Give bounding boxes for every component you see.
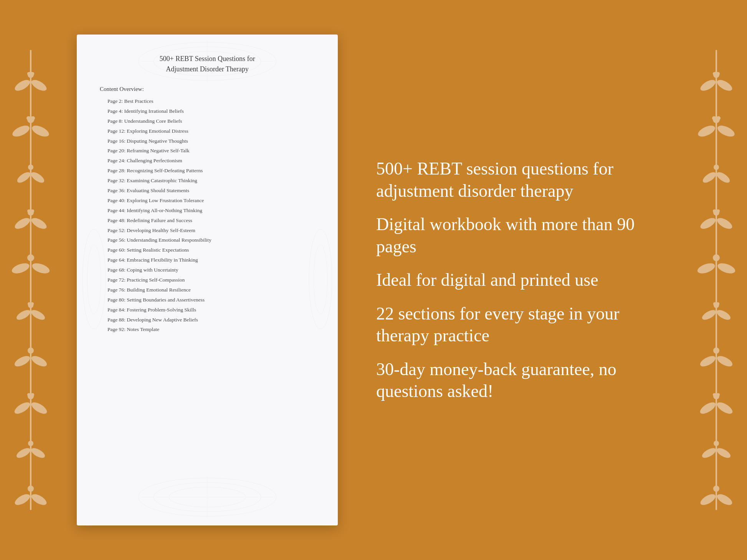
svg-point-34 xyxy=(31,393,34,396)
svg-point-70 xyxy=(716,216,734,231)
svg-point-17 xyxy=(27,209,30,212)
toc-item: Page 88: Developing New Adaptive Beliefs xyxy=(107,316,315,324)
svg-point-73 xyxy=(717,209,720,212)
svg-point-95 xyxy=(713,486,719,492)
document-title: 500+ REBT Session Questions for Adjustme… xyxy=(100,54,315,74)
svg-point-35 xyxy=(15,446,32,460)
svg-point-4 xyxy=(27,72,30,75)
svg-point-29 xyxy=(28,348,34,354)
toc-item: Page 84: Fostering Problem-Solving Skill… xyxy=(107,306,315,314)
svg-point-19 xyxy=(10,261,31,275)
svg-point-80 xyxy=(713,302,716,305)
feature-item-1: Digital workbook with more than 90 pages xyxy=(376,213,655,257)
svg-point-1 xyxy=(13,78,31,93)
svg-point-68 xyxy=(714,165,719,170)
toc-item: Page 76: Building Emotional Resilience xyxy=(107,287,315,294)
svg-point-86 xyxy=(715,400,734,416)
toc-item: Page 16: Disputing Negative Thoughts xyxy=(107,138,315,145)
toc-item: Page 32: Examining Catastrophic Thinking xyxy=(107,177,315,184)
svg-point-90 xyxy=(701,446,717,460)
toc-item: Page 28: Recognizing Self-Defeating Patt… xyxy=(107,167,315,175)
toc-item: Page 68: Coping with Uncertainty xyxy=(107,267,315,274)
svg-point-60 xyxy=(717,72,720,75)
toc-item: Page 56: Understanding Emotional Respons… xyxy=(107,237,315,244)
svg-point-48 xyxy=(169,487,246,507)
svg-point-23 xyxy=(30,308,46,322)
toc-item: Page 72: Practicing Self-Compassion xyxy=(107,277,315,284)
svg-point-82 xyxy=(699,354,717,369)
svg-point-20 xyxy=(31,261,51,275)
svg-point-54 xyxy=(314,245,327,314)
toc-item: Page 20: Reframing Negative Self-Talk xyxy=(107,147,315,155)
svg-point-13 xyxy=(28,165,33,170)
floral-left-decoration xyxy=(0,0,61,560)
svg-point-81 xyxy=(716,302,719,305)
feature-item-3: 22 sections for every stage in your ther… xyxy=(376,303,655,347)
toc-item: Page 12: Exploring Emotional Distress xyxy=(107,128,315,135)
svg-point-9 xyxy=(26,116,30,120)
svg-point-72 xyxy=(713,209,716,212)
svg-point-22 xyxy=(15,308,32,322)
document-panel: 500+ REBT Session Questions for Adjustme… xyxy=(77,35,338,525)
svg-point-56 xyxy=(699,78,717,93)
svg-point-26 xyxy=(31,302,34,305)
svg-point-65 xyxy=(717,116,721,120)
svg-point-21 xyxy=(27,254,34,261)
svg-point-25 xyxy=(28,302,31,305)
svg-point-69 xyxy=(699,216,717,231)
svg-point-28 xyxy=(30,354,48,369)
svg-point-62 xyxy=(716,124,736,139)
svg-point-47 xyxy=(154,483,261,512)
svg-point-18 xyxy=(31,209,34,212)
floral-right-decoration xyxy=(686,0,747,560)
svg-point-88 xyxy=(713,393,716,396)
toc-item: Page 92: Notes Template xyxy=(107,326,315,333)
svg-point-61 xyxy=(696,124,717,139)
svg-point-75 xyxy=(716,261,737,275)
svg-point-84 xyxy=(713,348,719,354)
svg-point-38 xyxy=(13,492,31,507)
svg-point-14 xyxy=(13,216,31,231)
svg-point-46 xyxy=(138,478,276,516)
right-features-panel: 500+ REBT session questions for adjustme… xyxy=(338,135,686,425)
svg-point-12 xyxy=(29,170,46,185)
svg-point-76 xyxy=(713,254,720,261)
content-overview-label: Content Overview: xyxy=(100,86,315,92)
svg-point-67 xyxy=(715,170,731,185)
svg-point-91 xyxy=(715,446,732,460)
svg-point-36 xyxy=(30,446,46,460)
toc-item: Page 4: Identifying Irrational Beliefs xyxy=(107,108,315,115)
svg-point-37 xyxy=(28,441,33,446)
svg-point-5 xyxy=(31,72,34,75)
svg-point-94 xyxy=(716,492,734,507)
svg-point-85 xyxy=(698,400,717,416)
feature-item-4: 30-day money-back guarantee, no question… xyxy=(376,358,655,402)
svg-point-77 xyxy=(701,308,717,322)
svg-point-52 xyxy=(87,245,101,314)
toc-item: Page 24: Challenging Perfectionism xyxy=(107,157,315,165)
svg-point-64 xyxy=(712,116,716,120)
watermark-bottom xyxy=(131,474,284,522)
toc-item: Page 36: Evaluating Should Statements xyxy=(107,187,315,194)
svg-point-27 xyxy=(13,354,31,369)
svg-point-89 xyxy=(717,393,720,396)
toc-item: Page 60: Setting Realistic Expectations xyxy=(107,247,315,254)
svg-point-31 xyxy=(30,400,49,416)
svg-point-59 xyxy=(713,72,716,75)
svg-point-7 xyxy=(30,124,51,139)
svg-point-66 xyxy=(701,170,717,185)
toc-item: Page 48: Redefining Failure and Success xyxy=(107,217,315,224)
svg-point-93 xyxy=(699,492,717,507)
toc-item: Page 44: Identifying All-or-Nothing Thin… xyxy=(107,207,315,214)
svg-point-10 xyxy=(31,116,35,120)
svg-point-33 xyxy=(27,393,30,396)
svg-point-57 xyxy=(716,78,734,93)
svg-point-92 xyxy=(714,441,719,446)
svg-point-15 xyxy=(30,216,48,231)
toc-item: Page 8: Understanding Core Beliefs xyxy=(107,118,315,125)
svg-point-11 xyxy=(15,170,32,185)
toc-item: Page 64: Embracing Flexibility in Thinki… xyxy=(107,257,315,264)
toc-item: Page 52: Developing Healthy Self-Esteem xyxy=(107,227,315,234)
svg-point-2 xyxy=(30,78,48,93)
svg-point-74 xyxy=(696,261,716,275)
